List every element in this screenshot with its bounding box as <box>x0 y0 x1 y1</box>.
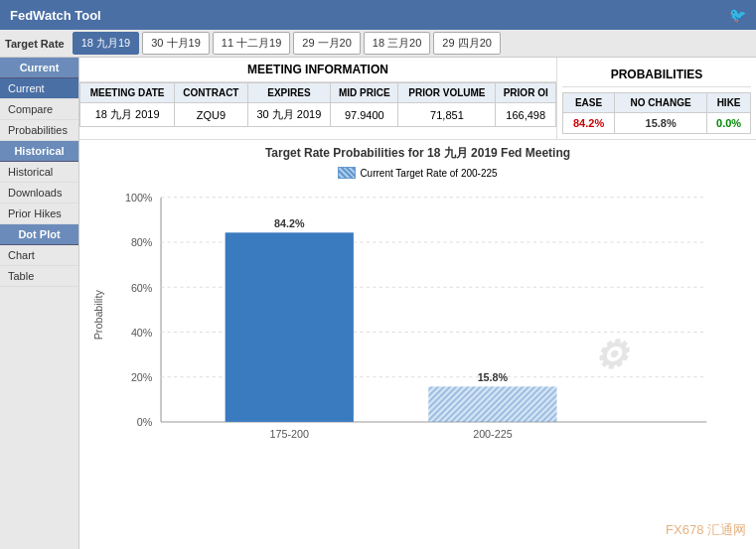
target-rate-label: Target Rate <box>5 38 65 50</box>
cell-contract: ZQU9 <box>175 103 247 127</box>
legend-label: Current Target Rate of 200-225 <box>360 168 497 179</box>
sidebar-item-current[interactable]: Current <box>0 78 78 99</box>
cell-prior-volume: 71,851 <box>398 103 496 127</box>
col-prior-volume: PRIOR VOLUME <box>398 83 496 103</box>
prob-ease-value: 84.2% <box>563 113 615 134</box>
sidebar-item-table[interactable]: Table <box>0 266 78 287</box>
sidebar-item-historical[interactable]: Historical <box>0 162 78 183</box>
col-contract: CONTRACT <box>175 83 247 103</box>
col-mid-price: MID PRICE <box>331 83 398 103</box>
tab-jan20[interactable]: 29 一月20 <box>293 32 361 55</box>
svg-text:80%: 80% <box>131 236 153 248</box>
prob-hike-value: 0.0% <box>707 113 751 134</box>
col-meeting-date: MEETING DATE <box>80 83 175 103</box>
sidebar-item-downloads[interactable]: Downloads <box>0 183 78 204</box>
svg-text:84.2%: 84.2% <box>274 217 305 229</box>
svg-text:60%: 60% <box>131 282 153 294</box>
chart-area: Target Rate Probabilities for 18 九月 2019… <box>79 140 756 549</box>
prob-col-hike: HIKE <box>707 93 751 113</box>
sidebar-item-chart[interactable]: Chart <box>0 245 78 266</box>
tab-dec19[interactable]: 11 十二月19 <box>213 32 291 55</box>
tab-mar20[interactable]: 18 三月20 <box>364 32 431 55</box>
legend-box-icon <box>338 167 356 179</box>
svg-text:40%: 40% <box>131 327 153 339</box>
bar-200-225 <box>428 386 556 422</box>
sidebar-current-section: Current <box>0 58 78 78</box>
prob-values-row: 84.2% 15.8% 0.0% <box>563 113 751 134</box>
cell-expires: 30 九月 2019 <box>247 103 331 127</box>
svg-text:0%: 0% <box>137 416 153 428</box>
prob-nochange-value: 15.8% <box>615 113 707 134</box>
meeting-info-panel: MEETING INFORMATION MEETING DATE CONTRAC… <box>79 58 557 139</box>
svg-text:Probability: Probability <box>92 290 104 341</box>
content-area: MEETING INFORMATION MEETING DATE CONTRAC… <box>79 58 756 549</box>
svg-text:⚙: ⚙ <box>593 334 630 376</box>
sidebar-item-compare[interactable]: Compare <box>0 99 78 120</box>
cell-mid-price: 97.9400 <box>331 103 398 127</box>
chart-legend: Current Target Rate of 200-225 <box>84 167 751 179</box>
svg-text:20%: 20% <box>131 371 153 383</box>
svg-text:15.8%: 15.8% <box>478 371 509 383</box>
svg-text:175-200: 175-200 <box>270 428 309 440</box>
tab-apr20[interactable]: 29 四月20 <box>433 32 501 55</box>
sidebar: Current Current Compare Probabilities Hi… <box>0 58 79 549</box>
twitter-icon[interactable]: 🐦 <box>729 7 746 23</box>
probabilities-table: EASE NO CHANGE HIKE 84.2% 15.8% 0.0% <box>562 92 751 134</box>
cell-prior-oi: 166,498 <box>496 103 556 127</box>
sidebar-dotplot-section: Dot Plot <box>0 224 78 245</box>
cell-meeting-date: 18 九月 2019 <box>80 103 175 127</box>
svg-text:200-225: 200-225 <box>473 428 512 440</box>
probabilities-title: PROBABILITIES <box>562 63 751 87</box>
chart-title: Target Rate Probabilities for 18 九月 2019… <box>84 145 751 162</box>
svg-text:100%: 100% <box>125 192 153 204</box>
sidebar-item-probabilities[interactable]: Probabilities <box>0 120 78 141</box>
sidebar-item-prior-hikes[interactable]: Prior Hikes <box>0 204 78 224</box>
sidebar-historical-section: Historical <box>0 141 78 162</box>
prob-col-ease: EASE <box>563 93 615 113</box>
meeting-info-title: MEETING INFORMATION <box>79 58 556 82</box>
tab-sep19[interactable]: 18 九月19 <box>73 32 140 55</box>
main-layout: Current Current Compare Probabilities Hi… <box>0 58 756 549</box>
col-prior-oi: PRIOR OI <box>496 83 556 103</box>
app-title: FedWatch Tool <box>10 8 101 23</box>
info-area: MEETING INFORMATION MEETING DATE CONTRAC… <box>79 58 756 140</box>
col-expires: EXPIRES <box>247 83 331 103</box>
prob-col-nochange: NO CHANGE <box>615 93 707 113</box>
probabilities-panel: PROBABILITIES EASE NO CHANGE HIKE 84.2% … <box>557 58 756 139</box>
fx-watermark: FX678 汇通网 <box>666 521 746 539</box>
tab-bar: Target Rate 18 九月19 30 十月19 11 十二月19 29 … <box>0 30 756 58</box>
chart-svg: 100% 80% 60% 40% 20% 0% Probability <box>84 187 751 465</box>
bar-175-200 <box>226 232 354 422</box>
tab-oct19[interactable]: 30 十月19 <box>142 32 210 55</box>
app-header: FedWatch Tool 🐦 <box>0 0 756 30</box>
meeting-info-table: MEETING DATE CONTRACT EXPIRES MID PRICE … <box>79 82 556 127</box>
table-row: 18 九月 2019 ZQU9 30 九月 2019 97.9400 71,85… <box>80 103 556 127</box>
